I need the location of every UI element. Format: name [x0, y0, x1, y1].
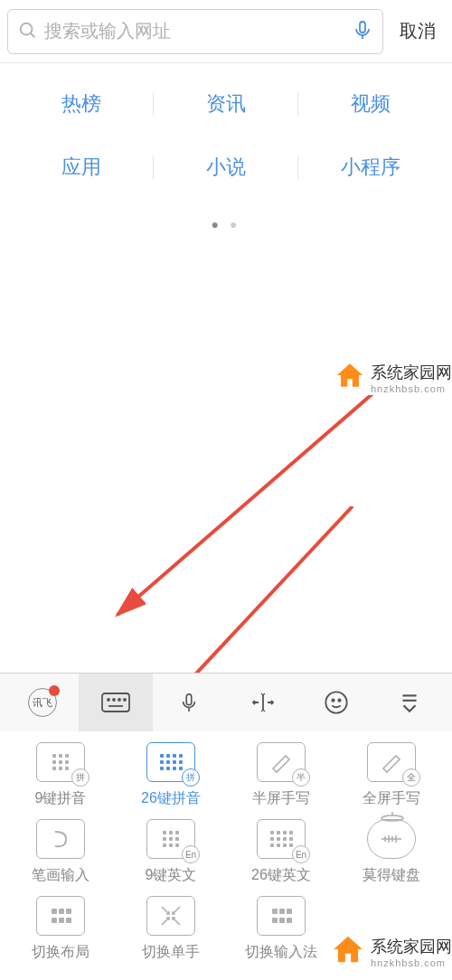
house-icon	[334, 360, 365, 395]
search-icon	[17, 20, 37, 43]
svg-line-4	[118, 380, 389, 615]
tab-miniapp[interactable]: 小程序	[298, 154, 443, 181]
layout-9english[interactable]: En 9键英文	[119, 819, 222, 885]
layout-26pinyin[interactable]: 拼 26键拼音	[119, 742, 222, 808]
mic-icon[interactable]	[352, 19, 373, 44]
keyboard-layout-button[interactable]	[79, 674, 152, 731]
cursor-icon	[250, 692, 277, 713]
svg-line-1	[31, 33, 35, 37]
svg-point-10	[124, 699, 126, 701]
tab-video[interactable]: 视频	[298, 90, 443, 118]
svg-point-25	[381, 815, 403, 821]
emoji-button[interactable]	[299, 674, 372, 731]
smile-icon	[324, 690, 349, 715]
layout-mode-keyboard[interactable]: 莫得键盘	[340, 819, 443, 885]
svg-point-7	[108, 699, 109, 701]
svg-rect-6	[102, 693, 129, 711]
layout-9pinyin[interactable]: 拼 9键拼音	[9, 742, 112, 808]
layout-stroke[interactable]: 笔画输入	[9, 819, 112, 885]
annotation-arrow-1	[108, 380, 398, 633]
layout-full-handwriting[interactable]: 全 全屏手写	[340, 742, 443, 808]
layout-switch-ime[interactable]: 切换输入法	[230, 896, 333, 962]
layout-switch-onehand[interactable]: 切换单手	[119, 896, 222, 962]
cursor-move-button[interactable]	[226, 674, 299, 731]
layout-half-handwriting[interactable]: 半 半屏手写	[230, 742, 333, 808]
tab-hot[interactable]: 热榜	[9, 90, 154, 118]
keyboard-icon	[100, 692, 131, 713]
svg-rect-12	[187, 694, 193, 705]
cancel-button[interactable]: 取消	[391, 19, 445, 43]
search-input[interactable]	[44, 21, 352, 42]
keyboard-toolbar: 讯飞	[0, 674, 452, 731]
tab-novel[interactable]: 小说	[154, 154, 298, 181]
tab-news[interactable]: 资讯	[154, 90, 298, 118]
layout-switch-layout[interactable]: 切换布局	[9, 896, 112, 962]
chevron-down-icon	[398, 691, 421, 714]
ime-brand-button[interactable]: 讯飞	[5, 674, 79, 731]
svg-point-15	[325, 692, 346, 712]
svg-point-16	[332, 700, 334, 702]
page-indicator: ● ●	[9, 217, 443, 231]
svg-point-8	[113, 699, 115, 701]
search-bar: 取消	[0, 0, 452, 63]
voice-input-button[interactable]	[153, 674, 226, 731]
collapse-button[interactable]	[373, 674, 447, 731]
category-tabs: 热榜 资讯 视频 应用 小说 小程序 ● ●	[0, 63, 452, 231]
house-icon	[331, 932, 365, 971]
notification-dot	[49, 685, 60, 696]
tab-apps[interactable]: 应用	[9, 154, 154, 181]
svg-point-17	[338, 700, 340, 702]
layout-26english[interactable]: En 26键英文	[230, 819, 333, 885]
watermark: 系统家园网 hnzkhbsb.com	[334, 360, 452, 395]
microphone-icon	[179, 690, 199, 715]
svg-point-9	[118, 699, 120, 701]
watermark: 系统家园网 hnzkhbsb.com	[331, 932, 452, 971]
search-box[interactable]	[7, 9, 383, 54]
svg-point-0	[21, 23, 33, 34]
svg-rect-2	[360, 22, 365, 33]
